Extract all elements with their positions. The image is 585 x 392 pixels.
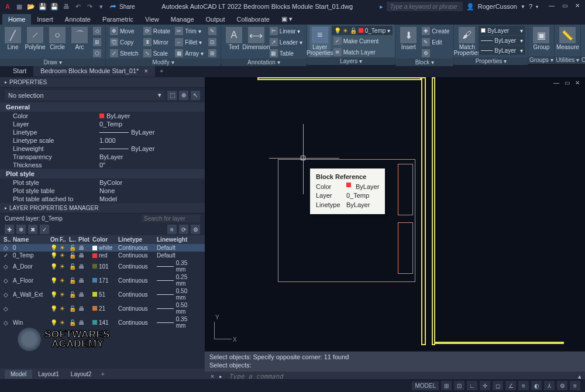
share-label[interactable]: Share — [119, 4, 135, 10]
new-icon[interactable]: ▦ — [14, 1, 25, 12]
qat-dropdown-icon[interactable]: ▾ — [96, 1, 106, 12]
tab-manage[interactable]: Manage — [165, 14, 200, 25]
new-layer-vpfrozen-button[interactable]: ❄ — [16, 225, 26, 234]
make-current-button[interactable]: ✓Make Current — [332, 36, 393, 46]
color-dropdown[interactable]: ByLayer▾ — [479, 26, 525, 35]
model-tab[interactable]: Model — [5, 370, 32, 379]
layer-dropdown[interactable]: 💡 ☀ 🔓 0_Temp ▾ — [332, 26, 393, 35]
panel-groups-title[interactable]: Groups ▾ — [528, 56, 554, 64]
layer-properties-button[interactable]: ≡Layer Properties — [309, 26, 331, 57]
move-button[interactable]: ✥Move — [108, 26, 140, 36]
delete-layer-button[interactable]: ✖ — [28, 225, 37, 234]
measure-button[interactable]: 📏Measure — [557, 26, 578, 51]
panel-draw-title[interactable]: Draw ▾ — [0, 59, 105, 66]
insert-button[interactable]: ⬇Insert — [398, 26, 419, 51]
panel-clipboard-title[interactable]: Clipboard — [581, 56, 585, 64]
tab-insert[interactable]: Insert — [31, 14, 59, 25]
general-section[interactable]: General — [0, 102, 205, 112]
app-menu-icon[interactable]: A — [2, 1, 13, 12]
table-button[interactable]: ▦Table — [268, 48, 304, 59]
copy-button[interactable]: ⿻Copy — [108, 37, 140, 47]
add-layout-button[interactable]: + — [97, 369, 108, 379]
help-dropdown-icon[interactable]: ▾ — [536, 4, 538, 9]
panel-annotation-title[interactable]: Annotation ▾ — [221, 59, 307, 66]
set-current-button[interactable]: ✓ — [40, 225, 49, 234]
settings-button[interactable]: ⚙ — [191, 225, 200, 234]
share-icon[interactable]: ⮫ — [108, 1, 118, 12]
workspace-button[interactable]: ⚙ — [557, 381, 567, 390]
tab-home[interactable]: Home — [2, 14, 31, 25]
scale-button[interactable]: ⤡Scale — [142, 48, 172, 59]
draw-extra2[interactable]: ⊞ — [91, 37, 103, 47]
prop-pstable[interactable]: Plot style tableNone — [0, 187, 205, 195]
selection-dropdown[interactable]: No selection▾ — [5, 90, 165, 100]
collapse-icon[interactable]: ▸ — [5, 80, 7, 85]
user-dropdown-icon[interactable]: ▼ — [521, 4, 525, 9]
redo-icon[interactable]: ↷ — [84, 1, 95, 12]
panel-block-title[interactable]: Block ▾ — [395, 59, 453, 66]
osnap-toggle[interactable]: ◻ — [493, 381, 503, 390]
layer-table-header[interactable]: S.. Name On F.. L.. Plot Color Linetype … — [0, 235, 205, 244]
rotate-button[interactable]: ⟳Rotate — [142, 26, 172, 36]
prop-attached[interactable]: Plot table attached toModel — [0, 195, 205, 203]
create-block-button[interactable]: ✚Create — [420, 26, 451, 36]
ortho-toggle[interactable]: ∟ — [467, 381, 477, 390]
match-properties-button[interactable]: 🖌Match Properties — [456, 26, 477, 57]
new-layer-button[interactable]: ✚ — [5, 225, 14, 234]
group-button[interactable]: ▣Group — [531, 26, 552, 51]
tab-annotate[interactable]: Annotate — [59, 14, 97, 25]
otrack-toggle[interactable]: ∠ — [505, 381, 516, 390]
active-document-tab[interactable]: Bedroom Blocks Module Start_01* × — [33, 65, 155, 77]
grid-toggle[interactable]: ⊞ — [441, 381, 452, 390]
ltype-dropdown[interactable]: ByLayer▾ — [479, 46, 525, 55]
pickadd-icon[interactable]: ⊕ — [179, 91, 188, 100]
layout2-tab[interactable]: Layout2 — [65, 370, 98, 379]
polyline-button[interactable]: ⟋Polyline — [25, 26, 46, 51]
leader-button[interactable]: ↗Leader ▾ — [268, 37, 304, 47]
edit-block-button[interactable]: ✎Edit — [420, 37, 451, 47]
layer-row[interactable]: ✓0_Temp💡☀🔓🖶redContinuousDefault — [0, 252, 205, 259]
snap-toggle[interactable]: ⊡ — [454, 381, 464, 390]
tab-close-icon[interactable]: × — [144, 67, 147, 74]
model-space-button[interactable]: MODEL — [412, 381, 439, 390]
dimension-button[interactable]: ⟷Dimension — [246, 26, 267, 51]
panel-layers-title[interactable]: Layers ▾ — [307, 57, 395, 65]
selectobjects-icon[interactable]: ↖ — [191, 91, 200, 100]
polar-toggle[interactable]: ✛ — [480, 381, 490, 390]
mirror-button[interactable]: ⧗Mirror — [142, 37, 172, 47]
undo-icon[interactable]: ↶ — [73, 1, 83, 12]
layer-row[interactable]: ◇A_Floor💡☀🔓🖶171Continuous 0.25 mm — [0, 273, 205, 287]
modify-extra1[interactable]: ✎ — [207, 26, 218, 36]
modify-extra3[interactable]: ⊞ — [207, 48, 218, 59]
transparency-toggle[interactable]: ◐ — [531, 381, 542, 390]
layer-row[interactable]: ◇A_Wall_Ext💡☀🔓🖶51Continuous 0.50 mm — [0, 287, 205, 301]
save-icon[interactable]: 💾 — [37, 1, 48, 12]
panel-utilities-title[interactable]: Utilities ▾ — [555, 56, 580, 64]
panel-properties-title[interactable]: Properties ▾ — [454, 57, 528, 65]
layout1-tab[interactable]: Layout1 — [32, 370, 65, 379]
prop-linetype[interactable]: LinetypeByLayer — [0, 128, 205, 136]
stretch-button[interactable]: ⤢Stretch — [108, 48, 140, 59]
tab-output[interactable]: Output — [200, 14, 231, 25]
collapse-icon[interactable]: ▸ — [5, 205, 7, 211]
layermgr-header[interactable]: ▸LAYER PROPERTIES MANAGER — [0, 203, 205, 214]
help-search-input[interactable] — [387, 2, 463, 11]
prop-plotstyle[interactable]: Plot styleByColor — [0, 178, 205, 187]
layer-row[interactable]: ◇A_Door💡☀🔓🖶101Continuous 0.35 mm — [0, 259, 205, 273]
tab-parametric[interactable]: Parametric — [97, 14, 139, 25]
tab-view[interactable]: View — [139, 14, 165, 25]
drawing-canvas[interactable]: — ▭ ✕ Block Reference ColorByLayer Layer… — [205, 77, 585, 392]
tab-collaborate[interactable]: Collaborate — [231, 14, 276, 25]
array-button[interactable]: ▦Array ▾ — [173, 48, 205, 59]
plot-icon[interactable]: 🖶 — [61, 1, 71, 12]
refresh-button[interactable]: ⟳ — [179, 225, 188, 234]
line-button[interactable]: ╱Line — [2, 26, 23, 51]
fillet-button[interactable]: ⌐Fillet ▾ — [173, 37, 205, 47]
start-tab[interactable]: Start — [6, 65, 33, 77]
properties-header[interactable]: ▸PROPERTIES — [0, 77, 205, 88]
block-extra[interactable]: ⚙ — [420, 48, 451, 59]
prop-transparency[interactable]: TransparencyByLayer — [0, 153, 205, 161]
prop-layer[interactable]: Layer0_Temp — [0, 120, 205, 128]
saveas-icon[interactable]: 💾 — [49, 1, 60, 12]
prop-ltscale[interactable]: Linetype scale1.000 — [0, 136, 205, 145]
